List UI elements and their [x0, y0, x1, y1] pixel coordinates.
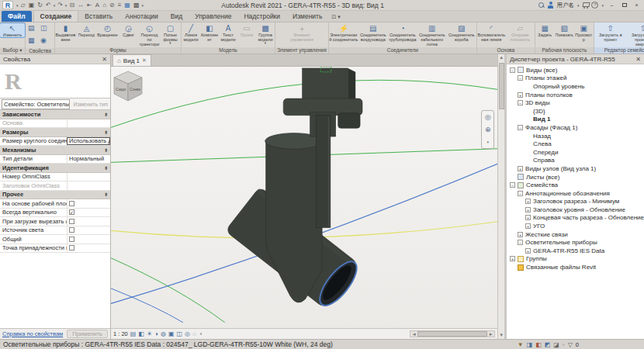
ribbon-button-переход[interactable]: ◬Переход: [76, 23, 97, 37]
tree-item[interactable]: Слева: [507, 140, 644, 148]
default-3d-view-icon[interactable]: ⌂: [101, 2, 108, 9]
tree-item[interactable]: −Планы этажей: [507, 74, 644, 83]
parameter-row[interactable]: Всегда вертикально✓: [0, 209, 110, 218]
parameter-row[interactable]: Основа: [0, 119, 110, 129]
tree-item[interactable]: +Заголовок уровня - Обновление: [507, 206, 644, 214]
scale-button[interactable]: 1 : 20: [113, 330, 128, 337]
type-preview[interactable]: R: [0, 64, 110, 98]
help-icon[interactable]: ?: [591, 2, 598, 9]
tree-item[interactable]: +Планы потолков: [507, 91, 644, 99]
tree-item[interactable]: −Семейства: [507, 181, 644, 189]
ribbon-button-просмотр[interactable]: ▣Просмотр: [574, 23, 594, 42]
section-collapse-icon[interactable]: ⇞: [104, 192, 110, 197]
ribbon-button-соединитель-трубопровода[interactable]: ◔Соединитель трубопровода: [388, 23, 417, 42]
tree-item[interactable]: Листы (все): [507, 173, 644, 181]
ribbon-button-соединитель-кабельного-лотка[interactable]: ▥Соединитель кабельного лотка: [417, 23, 447, 47]
tree-expander-icon[interactable]: +: [525, 248, 531, 254]
ribbon-button-электрический-соединитель[interactable]: ⚡Электрический соединитель: [329, 23, 358, 42]
scroll-down-icon[interactable]: ▼: [499, 332, 504, 339]
app-store-icon[interactable]: [582, 2, 589, 9]
tree-item[interactable]: −Фасады (Фасад 1): [507, 123, 644, 132]
parameter-value[interactable]: ✓: [67, 209, 110, 217]
tree-expander-icon[interactable]: −: [518, 191, 523, 196]
ribbon-button-выдавливание[interactable]: ▮Выдавливание: [55, 23, 76, 42]
tree-expander-icon[interactable]: +: [525, 215, 531, 220]
show-crop-icon[interactable]: ◫: [176, 330, 182, 339]
section-icon[interactable]: ⊘: [108, 2, 116, 9]
tab-управление[interactable]: Управление: [189, 11, 237, 22]
model-canvas[interactable]: Сзади Слева ◎ ⊕ ▾ Осветительные приборы …: [111, 67, 497, 328]
section-collapse-icon[interactable]: ⇞: [104, 147, 110, 153]
thin-lines-icon[interactable]: ≡: [116, 2, 123, 9]
tree-item[interactable]: +Концевая часть разреза - Обновление: [507, 214, 644, 223]
section-collapse-icon[interactable]: ⇞: [104, 112, 110, 117]
parameter-row[interactable]: Заголовок OmniClass: [0, 181, 110, 191]
ribbon-button-загрузить-в-проект-и-закрыть[interactable]: ⇧Загрузить в проект и закрыть: [627, 23, 644, 47]
parameter-value[interactable]: [67, 119, 110, 128]
parameter-row[interactable]: Размер круглого соедини...Использовать д…: [0, 137, 110, 147]
ribbon-button-family-types-icon[interactable]: ▦: [28, 36, 40, 45]
view-tab-close-icon[interactable]: ✕: [142, 57, 147, 64]
revit-logo[interactable]: R: [2, 1, 13, 9]
ribbon-button-линия-модели[interactable]: ╱Линия модели: [182, 23, 200, 42]
sync-icon[interactable]: ↻: [36, 2, 44, 9]
ribbon-button-family-category-icon[interactable]: ◫: [40, 23, 52, 33]
tree-item[interactable]: −Аннотационные обозначения: [507, 189, 644, 198]
tab-создание[interactable]: Создание: [33, 10, 79, 22]
tab-аннотации[interactable]: Аннотации: [119, 11, 164, 22]
parameter-value[interactable]: [67, 181, 110, 190]
worksharing-icon[interactable]: ◨: [527, 341, 533, 348]
tab-надстройки[interactable]: Надстройки: [237, 11, 286, 22]
tree-expander-icon[interactable]: −: [518, 75, 523, 81]
parameter-value[interactable]: [67, 244, 110, 253]
filter-icon[interactable]: ▽: [568, 341, 573, 348]
parameter-checkbox[interactable]: [69, 237, 74, 242]
family-grid-icon[interactable]: ▦: [123, 2, 132, 9]
ribbon-button-элемент-управления[interactable]: ＋Элемент управления: [284, 23, 320, 42]
tree-item[interactable]: +Заголовок разреза - Минимум: [507, 198, 644, 206]
edit-type-button[interactable]: Изменить тип: [71, 102, 110, 107]
section-collapse-icon[interactable]: ⇞: [104, 165, 110, 171]
parameter-checkbox[interactable]: [69, 227, 74, 233]
ribbon-button-текст-модели[interactable]: AТекст модели: [219, 23, 237, 42]
parameter-checkbox[interactable]: [69, 245, 74, 251]
restore-button[interactable]: [619, 1, 629, 9]
crop-view-icon[interactable]: ▣: [168, 330, 175, 339]
shadows-icon[interactable]: ◑: [154, 330, 158, 339]
collapse-arrow-icon[interactable]: ‹: [200, 330, 203, 337]
tree-expander-icon[interactable]: +: [525, 199, 531, 204]
tree-item[interactable]: +GERA-4TR-R55 IES Data: [507, 247, 644, 255]
user-menu-caret[interactable]: ▾: [576, 3, 580, 8]
tree-item[interactable]: Спереди: [507, 148, 644, 157]
switch-windows-icon-caret[interactable]: ▾: [140, 3, 144, 8]
tab-файл[interactable]: Файл: [2, 11, 32, 22]
view-cube[interactable]: Сзади Слева: [111, 67, 145, 102]
ribbon-button-загрузить-в-проект[interactable]: ⇧Загрузить в проект: [594, 23, 627, 42]
temporary-hide-icon[interactable]: ◎: [185, 330, 190, 339]
ribbon-button-соединитель-короба[interactable]: ▨Соединитель короба: [447, 23, 476, 42]
navbar-caret-icon[interactable]: ▾: [486, 138, 489, 146]
parameter-value[interactable]: [67, 235, 110, 244]
ribbon-button-переход-по-траектории[interactable]: ◵Переход по траектории: [139, 23, 160, 47]
scroll-left-icon[interactable]: ◄: [410, 332, 417, 337]
tab-изменить[interactable]: Изменить: [286, 11, 328, 22]
tree-item[interactable]: +Виды узлов (Вид узла 1): [507, 164, 644, 173]
rendering-icon[interactable]: ◍: [161, 330, 166, 339]
ribbon-button-вращение[interactable]: ◴Вращение: [97, 23, 118, 37]
tree-item[interactable]: Справа: [507, 157, 644, 165]
aligned-dimension-icon[interactable]: ⇤: [85, 2, 94, 9]
tree-item[interactable]: Связанные файлы Revit: [507, 263, 644, 271]
tree-expander-icon[interactable]: −: [510, 67, 515, 73]
scroll-right-icon[interactable]: ►: [487, 332, 494, 337]
print-icon[interactable]: ⊟: [68, 2, 76, 9]
tree-item[interactable]: −3D виды: [507, 98, 644, 107]
parameter-checkbox[interactable]: ✓: [69, 209, 74, 215]
parameter-row[interactable]: Общий: [0, 235, 110, 244]
ribbon-button-сдвиг[interactable]: ◶Сдвиг: [118, 23, 139, 37]
properties-close-icon[interactable]: ✕: [102, 56, 107, 63]
zoom-tool-icon[interactable]: ⊕: [485, 126, 491, 133]
undo-icon[interactable]: ↶: [44, 2, 53, 9]
parameter-row[interactable]: На основе рабочей плоск...: [0, 199, 110, 209]
ribbon-button-полые-формы[interactable]: ▢Полые формы▾: [160, 23, 181, 45]
vertical-scroll-thumb[interactable]: [499, 63, 504, 109]
